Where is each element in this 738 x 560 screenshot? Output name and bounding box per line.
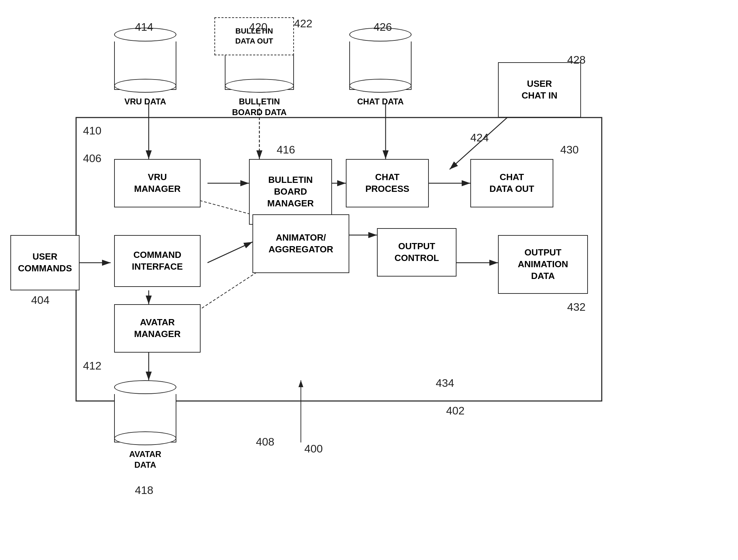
svg-line-12 (207, 242, 252, 263)
ref-402-label: 402 (446, 404, 464, 417)
ref-428-label: 428 (567, 54, 585, 66)
ref-414-label: 414 (135, 21, 153, 34)
ref-430-label: 430 (560, 143, 579, 156)
ref-434-label: 434 (436, 377, 454, 390)
avatar-data-cylinder: AVATARDATA (114, 380, 176, 470)
ref-412-label: 412 (83, 360, 101, 372)
ref-422-label: 422 (294, 17, 312, 30)
animator-aggregator-box: ANIMATOR/AGGREGATOR (252, 214, 349, 273)
ref-420-label: 420 (249, 21, 267, 34)
ref-416-label: 416 (277, 143, 295, 156)
ref-408-label: 408 (256, 436, 274, 448)
user-chat-in-box: USERCHAT IN (498, 62, 581, 118)
chat-data-out-box: CHATDATA OUT (470, 159, 553, 207)
ref-424-label: 424 (470, 131, 489, 144)
chat-data-cylinder: CHAT DATA (349, 28, 412, 107)
command-interface-box: COMMANDINTERFACE (114, 235, 201, 287)
diagram-container: VRU DATA BULLETINBOARD DATA CHAT DATA AV… (0, 0, 738, 560)
avatar-manager-box: AVATARMANAGER (114, 304, 201, 353)
output-animation-data-box: OUTPUTANIMATIONDATA (498, 235, 588, 294)
ref-404-label: 404 (31, 294, 49, 307)
ref-406-label: 406 (83, 152, 101, 165)
output-control-box: OUTPUTCONTROL (377, 228, 456, 277)
ref-410-label: 410 (83, 124, 101, 137)
user-commands-box: USERCOMMANDS (10, 235, 80, 290)
ref-418-label: 418 (135, 484, 153, 497)
chat-process-box: CHATPROCESS (346, 159, 429, 207)
vru-data-cylinder: VRU DATA (114, 28, 176, 107)
ref-426-label: 426 (373, 21, 392, 34)
vru-manager-box: VRUMANAGER (114, 159, 201, 207)
ref-432-label: 432 (567, 301, 585, 314)
ref-400-label: 400 (304, 442, 323, 455)
